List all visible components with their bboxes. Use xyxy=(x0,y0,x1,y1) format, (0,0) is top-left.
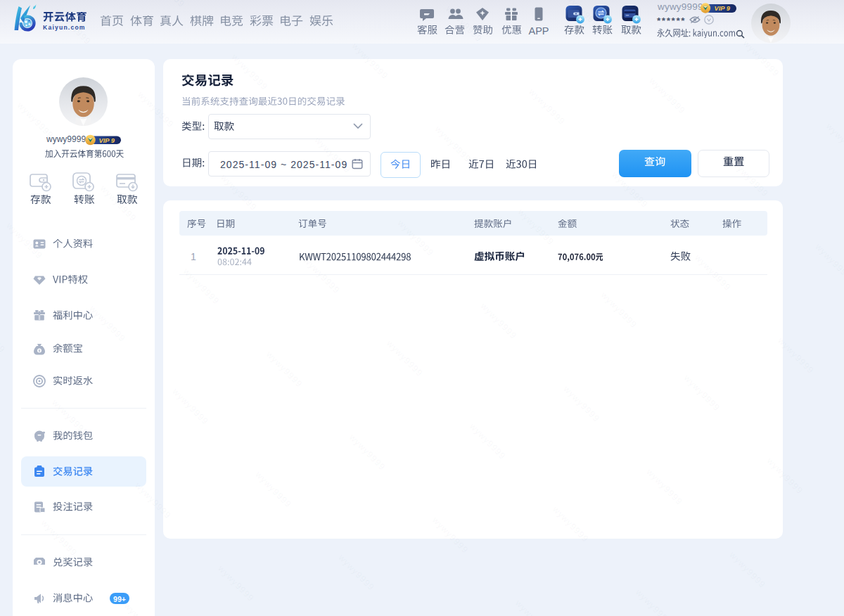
svg-text:VIP 9: VIP 9 xyxy=(715,5,731,12)
svg-text:VIP 9: VIP 9 xyxy=(99,137,115,144)
